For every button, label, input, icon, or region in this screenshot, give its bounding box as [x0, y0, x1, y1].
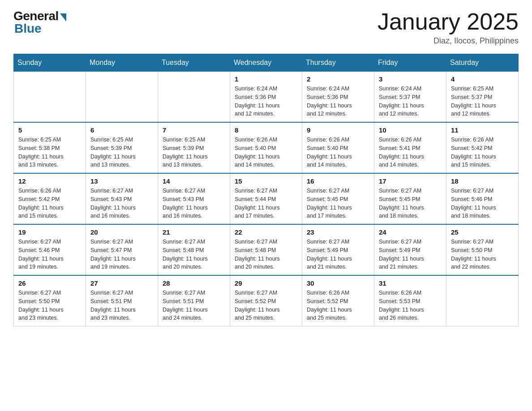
calendar-header-wednesday: Wednesday: [230, 54, 302, 72]
calendar-cell: 23Sunrise: 6:27 AM Sunset: 5:49 PM Dayli…: [302, 224, 374, 275]
day-number: 25: [451, 228, 514, 236]
day-number: 16: [307, 177, 369, 185]
day-info: Sunrise: 6:27 AM Sunset: 5:46 PM Dayligh…: [451, 187, 514, 220]
day-number: 3: [379, 75, 442, 83]
logo-blue-text: Blue: [14, 21, 42, 36]
day-number: 15: [235, 177, 297, 185]
day-number: 30: [307, 279, 369, 287]
day-info: Sunrise: 6:26 AM Sunset: 5:42 PM Dayligh…: [18, 187, 81, 220]
day-info: Sunrise: 6:27 AM Sunset: 5:51 PM Dayligh…: [163, 289, 225, 322]
page-header: General Blue January 2025 Diaz, Ilocos, …: [13, 9, 519, 46]
calendar-cell: 26Sunrise: 6:27 AM Sunset: 5:50 PM Dayli…: [14, 275, 86, 326]
calendar-cell: [86, 72, 158, 123]
day-number: 28: [163, 279, 225, 287]
day-number: 14: [163, 177, 225, 185]
day-info: Sunrise: 6:27 AM Sunset: 5:45 PM Dayligh…: [379, 187, 442, 220]
day-number: 8: [235, 126, 297, 134]
day-number: 11: [451, 126, 514, 134]
day-number: 2: [307, 75, 369, 83]
day-number: 7: [163, 126, 225, 134]
day-info: Sunrise: 6:27 AM Sunset: 5:43 PM Dayligh…: [163, 187, 225, 220]
calendar-cell: 30Sunrise: 6:26 AM Sunset: 5:52 PM Dayli…: [302, 275, 374, 326]
calendar-cell: 10Sunrise: 6:26 AM Sunset: 5:41 PM Dayli…: [374, 122, 446, 173]
calendar-cell: 22Sunrise: 6:27 AM Sunset: 5:48 PM Dayli…: [230, 224, 302, 275]
day-number: 27: [90, 279, 153, 287]
day-info: Sunrise: 6:24 AM Sunset: 5:36 PM Dayligh…: [307, 85, 369, 118]
calendar-week-row: 19Sunrise: 6:27 AM Sunset: 5:46 PM Dayli…: [14, 224, 519, 275]
calendar-cell: 24Sunrise: 6:27 AM Sunset: 5:49 PM Dayli…: [374, 224, 446, 275]
calendar-cell: 17Sunrise: 6:27 AM Sunset: 5:45 PM Dayli…: [374, 173, 446, 224]
calendar-header-sunday: Sunday: [14, 54, 86, 72]
day-info: Sunrise: 6:26 AM Sunset: 5:53 PM Dayligh…: [379, 289, 442, 322]
day-number: 6: [90, 126, 153, 134]
calendar-cell: 7Sunrise: 6:25 AM Sunset: 5:39 PM Daylig…: [158, 122, 230, 173]
day-number: 12: [18, 177, 81, 185]
logo-arrow-icon: [60, 13, 66, 21]
day-info: Sunrise: 6:26 AM Sunset: 5:40 PM Dayligh…: [235, 136, 297, 169]
calendar-cell: 27Sunrise: 6:27 AM Sunset: 5:51 PM Dayli…: [86, 275, 158, 326]
day-info: Sunrise: 6:27 AM Sunset: 5:49 PM Dayligh…: [307, 238, 369, 271]
calendar-cell: 25Sunrise: 6:27 AM Sunset: 5:50 PM Dayli…: [446, 224, 519, 275]
calendar-cell: 9Sunrise: 6:26 AM Sunset: 5:40 PM Daylig…: [302, 122, 374, 173]
calendar-cell: 6Sunrise: 6:25 AM Sunset: 5:39 PM Daylig…: [86, 122, 158, 173]
day-number: 4: [451, 75, 514, 83]
day-number: 24: [379, 228, 442, 236]
day-number: 13: [90, 177, 153, 185]
calendar-cell: 11Sunrise: 6:26 AM Sunset: 5:42 PM Dayli…: [446, 122, 519, 173]
day-info: Sunrise: 6:25 AM Sunset: 5:38 PM Dayligh…: [18, 136, 81, 169]
calendar-cell: 12Sunrise: 6:26 AM Sunset: 5:42 PM Dayli…: [14, 173, 86, 224]
calendar-header-monday: Monday: [86, 54, 158, 72]
calendar-week-row: 26Sunrise: 6:27 AM Sunset: 5:50 PM Dayli…: [14, 275, 519, 326]
day-info: Sunrise: 6:27 AM Sunset: 5:44 PM Dayligh…: [235, 187, 297, 220]
logo: General Blue: [13, 9, 66, 36]
calendar-cell: 14Sunrise: 6:27 AM Sunset: 5:43 PM Dayli…: [158, 173, 230, 224]
day-info: Sunrise: 6:27 AM Sunset: 5:48 PM Dayligh…: [163, 238, 225, 271]
day-info: Sunrise: 6:26 AM Sunset: 5:41 PM Dayligh…: [379, 136, 442, 169]
day-number: 5: [18, 126, 81, 134]
day-number: 1: [235, 75, 297, 83]
calendar-header-tuesday: Tuesday: [158, 54, 230, 72]
calendar-cell: [14, 72, 86, 123]
calendar-cell: 18Sunrise: 6:27 AM Sunset: 5:46 PM Dayli…: [446, 173, 519, 224]
day-info: Sunrise: 6:27 AM Sunset: 5:51 PM Dayligh…: [90, 289, 153, 322]
calendar-header-friday: Friday: [374, 54, 446, 72]
day-info: Sunrise: 6:24 AM Sunset: 5:36 PM Dayligh…: [235, 85, 297, 118]
calendar-header-row: SundayMondayTuesdayWednesdayThursdayFrid…: [14, 54, 519, 72]
day-number: 10: [379, 126, 442, 134]
day-info: Sunrise: 6:26 AM Sunset: 5:52 PM Dayligh…: [307, 289, 369, 322]
day-info: Sunrise: 6:24 AM Sunset: 5:37 PM Dayligh…: [379, 85, 442, 118]
day-number: 29: [235, 279, 297, 287]
day-number: 31: [379, 279, 442, 287]
day-number: 22: [235, 228, 297, 236]
calendar-cell: 20Sunrise: 6:27 AM Sunset: 5:47 PM Dayli…: [86, 224, 158, 275]
day-info: Sunrise: 6:27 AM Sunset: 5:50 PM Dayligh…: [18, 289, 81, 322]
day-info: Sunrise: 6:26 AM Sunset: 5:42 PM Dayligh…: [451, 136, 514, 169]
day-number: 26: [18, 279, 81, 287]
calendar-header-saturday: Saturday: [446, 54, 519, 72]
calendar-cell: 21Sunrise: 6:27 AM Sunset: 5:48 PM Dayli…: [158, 224, 230, 275]
calendar-cell: 8Sunrise: 6:26 AM Sunset: 5:40 PM Daylig…: [230, 122, 302, 173]
day-info: Sunrise: 6:27 AM Sunset: 5:47 PM Dayligh…: [90, 238, 153, 271]
calendar-cell: 29Sunrise: 6:27 AM Sunset: 5:52 PM Dayli…: [230, 275, 302, 326]
day-number: 20: [90, 228, 153, 236]
day-info: Sunrise: 6:27 AM Sunset: 5:52 PM Dayligh…: [235, 289, 297, 322]
day-info: Sunrise: 6:25 AM Sunset: 5:39 PM Dayligh…: [90, 136, 153, 169]
calendar-cell: [158, 72, 230, 123]
day-number: 17: [379, 177, 442, 185]
calendar-cell: 4Sunrise: 6:25 AM Sunset: 5:37 PM Daylig…: [446, 72, 519, 123]
calendar-table: SundayMondayTuesdayWednesdayThursdayFrid…: [13, 54, 519, 326]
day-number: 9: [307, 126, 369, 134]
day-info: Sunrise: 6:26 AM Sunset: 5:40 PM Dayligh…: [307, 136, 369, 169]
calendar-cell: 19Sunrise: 6:27 AM Sunset: 5:46 PM Dayli…: [14, 224, 86, 275]
calendar-cell: 13Sunrise: 6:27 AM Sunset: 5:43 PM Dayli…: [86, 173, 158, 224]
day-info: Sunrise: 6:27 AM Sunset: 5:49 PM Dayligh…: [379, 238, 442, 271]
day-info: Sunrise: 6:25 AM Sunset: 5:37 PM Dayligh…: [451, 85, 514, 118]
day-info: Sunrise: 6:27 AM Sunset: 5:50 PM Dayligh…: [451, 238, 514, 271]
calendar-cell: [446, 275, 519, 326]
day-info: Sunrise: 6:27 AM Sunset: 5:43 PM Dayligh…: [90, 187, 153, 220]
day-number: 19: [18, 228, 81, 236]
title-block: January 2025 Diaz, Ilocos, Philippines: [378, 9, 519, 46]
calendar-cell: 16Sunrise: 6:27 AM Sunset: 5:45 PM Dayli…: [302, 173, 374, 224]
day-number: 21: [163, 228, 225, 236]
calendar-cell: 5Sunrise: 6:25 AM Sunset: 5:38 PM Daylig…: [14, 122, 86, 173]
